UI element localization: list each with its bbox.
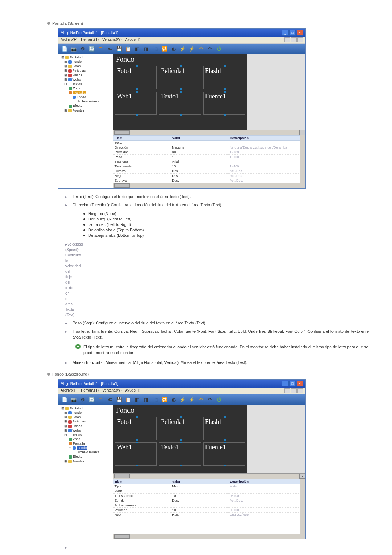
- tb-icon[interactable]: 💾: [115, 45, 123, 52]
- canvas-cell[interactable]: Fuente1: [203, 92, 245, 115]
- tb-icon[interactable]: 📷: [70, 45, 78, 52]
- tree-item[interactable]: ⊞ Fondo: [59, 60, 112, 64]
- canvas-cell[interactable]: Foto1: [115, 417, 157, 440]
- tb-icon[interactable]: ⏻: [215, 45, 223, 52]
- maximize-icon[interactable]: □: [289, 381, 296, 386]
- tb-redo-icon[interactable]: ↷: [206, 396, 214, 403]
- tb-icon[interactable]: ◐: [170, 396, 177, 403]
- tb-icon[interactable]: 📷: [70, 396, 78, 403]
- tb-icon[interactable]: ⚡: [179, 45, 187, 52]
- menu-ayuda[interactable]: Ayuda(H): [125, 37, 140, 42]
- tb-icon[interactable]: 📋: [124, 45, 132, 52]
- tb-icon[interactable]: ⚙: [79, 396, 87, 403]
- tree-item[interactable]: ⊞ Fuentes: [59, 459, 112, 463]
- canvas[interactable]: Fondo Foto1 Película1 Flash1 Web1 Texto1…: [113, 54, 305, 130]
- canvas-cell[interactable]: Flash1: [203, 66, 245, 89]
- tree-item[interactable]: Archivo música: [59, 450, 112, 454]
- tb-icon[interactable]: ◨: [142, 45, 150, 52]
- tb-icon[interactable]: ◐: [170, 45, 177, 52]
- tb-icon[interactable]: ◧: [133, 45, 141, 52]
- tree-item[interactable]: ⊞ Fondo: [59, 410, 112, 415]
- vscroll[interactable]: [300, 479, 305, 534]
- tree-item[interactable]: ⊟ Fondo: [59, 95, 112, 99]
- tb-icon[interactable]: 🔄: [88, 396, 96, 403]
- canvas-cell[interactable]: Web1: [115, 92, 157, 115]
- tree-item[interactable]: Zona: [59, 437, 112, 441]
- maximize-icon[interactable]: □: [289, 30, 296, 36]
- tree-item[interactable]: ⊞ Flashs: [59, 424, 112, 428]
- tree-item[interactable]: ⊟ Textos: [59, 82, 112, 86]
- tb-icon[interactable]: 🏷: [106, 396, 114, 403]
- canvas-cell[interactable]: Película1: [159, 66, 201, 89]
- tb-icon[interactable]: 📄: [61, 45, 69, 52]
- menu-ventana[interactable]: Ventana(W): [102, 37, 122, 42]
- propgrid-hscroll[interactable]: [113, 534, 305, 539]
- tb-icon[interactable]: 📋: [124, 396, 132, 403]
- tree-item[interactable]: ⊞ Películas: [59, 68, 112, 73]
- menu-ventana[interactable]: Ventana(W): [102, 388, 122, 393]
- mdi-min-icon[interactable]: [284, 37, 290, 42]
- vscroll[interactable]: [300, 135, 305, 183]
- tb-undo-icon[interactable]: ↶: [197, 396, 205, 403]
- canvas-cell[interactable]: Flash1: [203, 417, 245, 440]
- canvas-hscroll[interactable]: ▸: [113, 473, 305, 479]
- propgrid-hscroll[interactable]: [113, 183, 305, 188]
- mdi-close-icon[interactable]: [297, 388, 303, 393]
- minimize-icon[interactable]: _: [282, 30, 289, 36]
- tree-item[interactable]: ⊞ Fuentes: [59, 108, 112, 113]
- tree-item-selected[interactable]: ⊟ Fondo: [59, 446, 112, 450]
- menu-archivo[interactable]: Archivo(F): [61, 388, 77, 393]
- canvas-cell[interactable]: Foto1: [115, 66, 157, 89]
- mdi-min-icon[interactable]: [284, 388, 290, 393]
- tree-item[interactable]: ⊞ Fotos: [59, 64, 112, 68]
- tb-icon[interactable]: ⚙: [79, 45, 87, 52]
- tb-icon[interactable]: ⬚: [151, 396, 159, 403]
- tb-redo-icon[interactable]: ↷: [206, 45, 214, 52]
- tb-icon[interactable]: ⏻: [215, 396, 223, 403]
- tb-icon[interactable]: 💾: [115, 396, 123, 403]
- tb-icon[interactable]: ⬚: [151, 45, 159, 52]
- canvas-cell[interactable]: Fuente1: [203, 442, 245, 466]
- canvas-hscroll[interactable]: ▸: [113, 130, 305, 135]
- tree-item[interactable]: Archivo música: [59, 99, 112, 104]
- tb-undo-icon[interactable]: ↶: [197, 45, 205, 52]
- menu-ayuda[interactable]: Ayuda(H): [125, 388, 140, 393]
- close-icon[interactable]: ×: [297, 381, 303, 386]
- canvas-cell[interactable]: Texto1: [159, 92, 201, 115]
- tree-root[interactable]: ⊟ Pantalla1: [59, 55, 112, 60]
- minimize-icon[interactable]: _: [282, 381, 289, 386]
- tb-icon[interactable]: ⚡: [188, 396, 196, 403]
- canvas-cell[interactable]: Web1: [115, 442, 157, 466]
- tb-text-icon[interactable]: T: [97, 396, 105, 403]
- tb-text-icon[interactable]: T: [97, 45, 105, 52]
- tb-icon[interactable]: 🏷: [106, 45, 114, 52]
- tree-item[interactable]: ⊞ Webs: [59, 77, 112, 82]
- tree-item[interactable]: Zona: [59, 86, 112, 90]
- mdi-max-icon[interactable]: [291, 388, 297, 393]
- menu-herram[interactable]: Herram.(T): [81, 388, 99, 393]
- tb-icon[interactable]: ◨: [142, 396, 150, 403]
- mdi-close-icon[interactable]: [297, 37, 303, 42]
- tree-root[interactable]: ⊟ Pantalla1: [59, 406, 112, 410]
- canvas-cell[interactable]: Película1: [159, 417, 201, 440]
- tb-icon[interactable]: ⚡: [188, 45, 196, 52]
- tb-icon[interactable]: 📄: [61, 396, 69, 403]
- menu-archivo[interactable]: Archivo(F): [61, 37, 77, 42]
- tree-item[interactable]: ⊞ Películas: [59, 419, 112, 424]
- tree-item[interactable]: ⊟ Textos: [59, 433, 112, 437]
- tree-item[interactable]: ⊞ Webs: [59, 428, 112, 433]
- close-icon[interactable]: ×: [297, 30, 303, 36]
- tb-icon[interactable]: ◧: [133, 396, 141, 403]
- tree-item[interactable]: Efecto: [59, 104, 112, 108]
- tb-icon[interactable]: 🔁: [160, 45, 168, 52]
- menu-herram[interactable]: Herram.(T): [81, 37, 99, 42]
- tree-item[interactable]: ⊞ Flashs: [59, 73, 112, 77]
- tb-icon[interactable]: 🔁: [160, 396, 168, 403]
- tree-item[interactable]: Pantalla: [59, 441, 112, 446]
- canvas[interactable]: Fondo Foto1 Película1 Flash1 Web1 Texto1…: [113, 405, 305, 473]
- tb-icon[interactable]: 🔄: [88, 45, 96, 52]
- tree-item[interactable]: ⊞ Fotos: [59, 415, 112, 419]
- tree-item[interactable]: Efecto: [59, 454, 112, 459]
- canvas-cell[interactable]: Texto1: [159, 442, 201, 466]
- tree-item-selected[interactable]: Pantalla: [59, 90, 112, 95]
